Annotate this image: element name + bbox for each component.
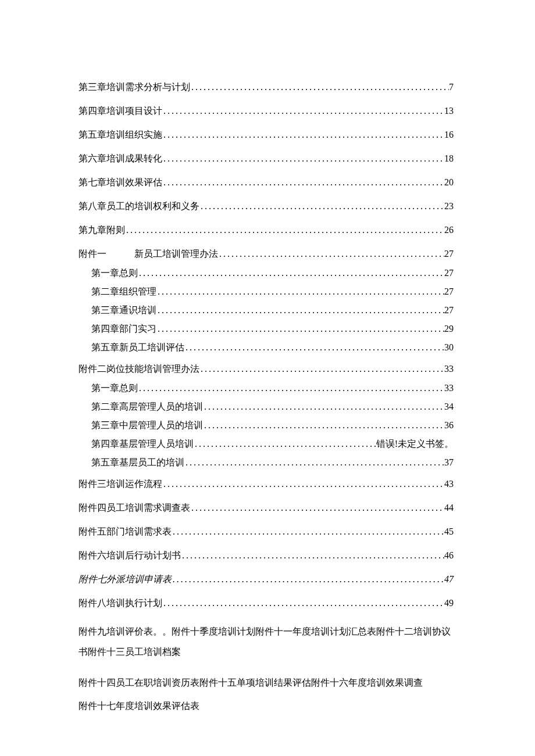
toc-entry: 附件六培训后行动计划书 ............................… [79,550,454,562]
toc-page-number: 44 [444,503,454,513]
toc-page-number: 30 [444,342,454,353]
toc-entry: 第八章员工的培训权利和义务 ..........................… [79,200,454,213]
toc-leader-dots: ........................................… [156,324,444,334]
toc-page-number: 36 [444,420,454,431]
toc-label: 第五章培训组织实施 [79,129,162,141]
toc-leader-dots: ........................................… [162,479,444,489]
toc-label: 附件五部门培训需求表 [79,526,172,538]
toc-label: 第五章基层员工的培训 [91,457,184,469]
toc-subentry-error: 第四章基层管理人员培训 ............................… [79,438,454,450]
toc-page-number: 49 [444,598,454,608]
toc-page-number: 23 [444,201,454,212]
toc-page-number: 47 [444,574,454,585]
toc-leader-dots: ........................................… [162,130,444,140]
toc-leader-dots: ........................................… [199,364,444,374]
toc-label: 附件八培训执行计划 [79,597,162,610]
toc-leader-dots: ........................................… [218,249,444,259]
toc-label: 第四章部门实习 [91,323,156,335]
toc-subentry: 第四章部门实习 ................................… [79,323,454,335]
toc-leader-dots: ........................................… [125,225,444,235]
toc-page-number: 29 [444,324,454,334]
toc-prefix: 附件一 [79,249,106,259]
toc-leader-dots: ........................................… [190,82,449,92]
toc-page-number: 27 [444,305,454,316]
toc-page-number: 27 [444,286,454,297]
toc-sub-group-1: 第一章总则 ..................................… [79,267,454,354]
toc-subentry: 第三章通识培训 ................................… [79,304,454,317]
toc-page-number: 37 [444,457,454,468]
toc-label: 第四章培训项目设计 [79,105,162,117]
toc-entry: 第五章培训组织实施 ..............................… [79,129,454,141]
toc-entry: 第三章培训需求分析与计划 ...........................… [79,81,454,94]
toc-page-number: 7 [449,82,454,92]
toc-page-number: 13 [444,106,454,116]
toc-label: 第三章中层管理人员的培训 [91,420,203,432]
toc-page-number: 33 [444,383,454,393]
toc-entry: 附件三培训运作流程 ..............................… [79,478,454,490]
toc-leader-dots: ........................................… [156,286,444,297]
toc-label: 第四章基层管理人员培训 [91,438,194,450]
toc-subentry: 第二章高层管理人员的培训 ...........................… [79,401,454,413]
toc-page-error-text: 错误!未定义书签。 [376,438,454,450]
toc-entry: 第六章培训成果转化 ..............................… [79,153,454,165]
toc-label: 第五章新员工培训评估 [91,342,184,354]
toc-label: 附件一新员工培训管理办法 [79,248,218,260]
toc-page-number: 20 [444,177,454,188]
toc-entry: 第七章培训效果评估 ..............................… [79,177,454,189]
toc-entry-italic: 附件七外派培训申请表 .............................… [79,574,454,586]
toc-page-number: 27 [444,249,454,259]
toc-label: 附件四员工培训需求调查表 [79,502,190,514]
toc-leader-dots: ........................................… [162,177,444,188]
toc-leader-dots: ........................................… [162,106,444,116]
toc-leader-dots: ........................................… [162,153,444,164]
toc-leader-dots: ........................................… [172,574,444,585]
toc-flow-paragraph-3: 附件十七年度培训效果评估表 [79,696,454,716]
toc-page-number: 33 [444,364,454,374]
toc-page-number: 45 [444,526,454,537]
toc-entry: 附件四员工培训需求调查表 ...........................… [79,502,454,514]
toc-leader-dots: ........................................… [190,503,444,513]
toc-label: 第三章通识培训 [91,304,156,317]
table-of-contents: 第三章培训需求分析与计划 ...........................… [79,81,454,716]
toc-label: 第三章培训需求分析与计划 [79,81,190,94]
toc-label: 第二章高层管理人员的培训 [91,401,203,413]
toc-entry: 附件八培训执行计划 ..............................… [79,597,454,610]
toc-flow-paragraph-2: 附件十四员工在职培训资历表附件十五单项培训结果评估附件十六年度培训效果调查 [79,672,454,693]
toc-label: 第六章培训成果转化 [79,153,162,165]
toc-entry: 附件五部门培训需求表 .............................… [79,526,454,538]
toc-leader-dots: ........................................… [184,457,444,468]
toc-entry-attachment-2: 附件二岗位技能培训管理办法 ..........................… [79,363,454,375]
toc-label: 附件六培训后行动计划书 [79,550,181,562]
toc-page-number: 26 [444,225,454,235]
toc-label: 第二章组织管理 [91,286,156,298]
toc-label: 第一章总则 [91,382,138,395]
toc-leader-dots: ........................................… [181,550,444,561]
toc-entry: 第九章附则 ..................................… [79,224,454,237]
toc-label: 第一章总则 [91,267,138,280]
toc-entry: 第四章培训项目设计 ..............................… [79,105,454,117]
toc-subentry: 第五章基层员工的培训 .............................… [79,457,454,469]
toc-entry-attachment-1: 附件一新员工培训管理办法 ...........................… [79,248,454,260]
toc-subentry: 第一章总则 ..................................… [79,267,454,280]
toc-label: 附件二岗位技能培训管理办法 [79,363,199,375]
toc-label: 附件七外派培训申请表 [79,574,172,586]
toc-page-number: 43 [444,479,454,489]
toc-leader-dots: ........................................… [203,402,444,412]
toc-label: 第八章员工的培训权利和义务 [79,200,199,213]
toc-subentry: 第二章组织管理 ................................… [79,286,454,298]
toc-page-number: 16 [444,130,454,140]
toc-page-number: 18 [444,153,454,164]
toc-leader-dots: ........................................… [184,342,444,353]
toc-page-number: 34 [444,402,454,412]
toc-leader-dots: ........................................… [172,526,444,537]
toc-leader-dots: ........................................… [138,268,444,278]
toc-label: 第九章附则 [79,224,125,237]
toc-sub-group-2: 第一章总则 ..................................… [79,382,454,469]
toc-leader-dots: ........................................… [156,305,444,316]
toc-leader-dots: ........................................… [194,439,376,449]
toc-page-number: 46 [444,550,454,561]
toc-page-number: 27 [444,268,454,278]
toc-flow-paragraph-1: 附件九培训评价表。。附件十季度培训计划附件十一年度培训计划汇总表附件十二培训协议… [79,621,454,662]
toc-leader-dots: ........................................… [203,420,444,431]
toc-subentry: 第三章中层管理人员的培训 ...........................… [79,420,454,432]
